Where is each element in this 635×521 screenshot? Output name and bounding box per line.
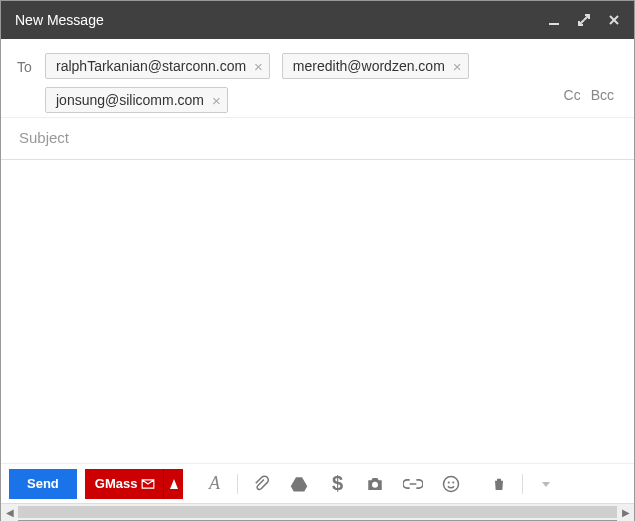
subject-input[interactable] [17,128,618,147]
attach-file-button[interactable] [244,469,278,499]
more-options-button[interactable] [529,469,563,499]
cc-button[interactable]: Cc [564,87,581,103]
svg-point-8 [444,476,459,491]
to-row: To ralphTarkanian@starconn.com × meredit… [1,39,634,117]
gmass-dropdown-button[interactable] [163,469,183,499]
expand-button[interactable] [576,12,592,28]
gmass-envelope-icon [141,477,155,491]
recipient-email: jonsung@silicomm.com [56,92,204,108]
recipient-chip[interactable]: ralphTarkanian@starconn.com × [45,53,270,79]
link-icon [403,478,423,490]
message-body[interactable] [1,160,634,463]
close-button[interactable] [606,12,622,28]
subject-row [1,117,634,159]
emoji-icon [442,475,460,493]
send-button[interactable]: Send [9,469,77,499]
svg-marker-5 [170,479,178,489]
paperclip-icon [252,475,270,493]
discard-draft-button[interactable] [482,469,516,499]
gmass-button-label: GMass [95,476,138,491]
send-button-label: Send [27,476,59,491]
gmass-button[interactable]: GMass [85,469,164,499]
trash-icon [491,475,507,493]
compose-toolbar: Send GMass A $ [1,463,634,503]
recipient-email: ralphTarkanian@starconn.com [56,58,246,74]
gmass-button-group: GMass [85,469,184,499]
formatting-button[interactable]: A [197,469,231,499]
recipient-email: meredith@wordzen.com [293,58,445,74]
insert-drive-button[interactable] [282,469,316,499]
chevron-down-icon [540,478,552,490]
to-label: To [17,53,45,75]
scroll-left-arrow[interactable]: ◀ [1,504,18,521]
insert-link-button[interactable] [396,469,430,499]
titlebar: New Message [1,1,634,39]
recipient-chips[interactable]: ralphTarkanian@starconn.com × meredith@w… [45,53,564,113]
cc-bcc-group: Cc Bcc [564,53,618,103]
recipient-chip[interactable]: jonsung@silicomm.com × [45,87,228,113]
insert-money-button[interactable]: $ [320,469,354,499]
insert-emoji-button[interactable] [434,469,468,499]
scrollbar-track[interactable] [18,504,617,520]
minimize-button[interactable] [546,12,562,28]
remove-recipient-icon[interactable]: × [254,59,263,74]
svg-point-10 [453,481,455,483]
compose-window: New Message To ralphTarkanian@starconn.c… [0,0,635,521]
svg-point-7 [372,481,378,487]
horizontal-scrollbar[interactable]: ◀ ▶ [1,503,634,520]
svg-marker-11 [542,482,550,487]
remove-recipient-icon[interactable]: × [212,93,221,108]
camera-icon [365,475,385,493]
message-body-scroll[interactable] [1,160,634,463]
recipient-chip[interactable]: meredith@wordzen.com × [282,53,469,79]
triangle-up-icon [169,477,179,491]
bcc-button[interactable]: Bcc [591,87,614,103]
remove-recipient-icon[interactable]: × [453,59,462,74]
toolbar-divider [237,474,238,494]
toolbar-divider [522,474,523,494]
window-title: New Message [15,12,546,28]
scroll-right-arrow[interactable]: ▶ [617,504,634,521]
svg-point-9 [448,481,450,483]
compose-header: To ralphTarkanian@starconn.com × meredit… [1,39,634,160]
insert-photo-button[interactable] [358,469,392,499]
drive-icon [289,475,309,493]
svg-marker-6 [291,477,308,491]
scrollbar-thumb[interactable] [18,506,617,518]
